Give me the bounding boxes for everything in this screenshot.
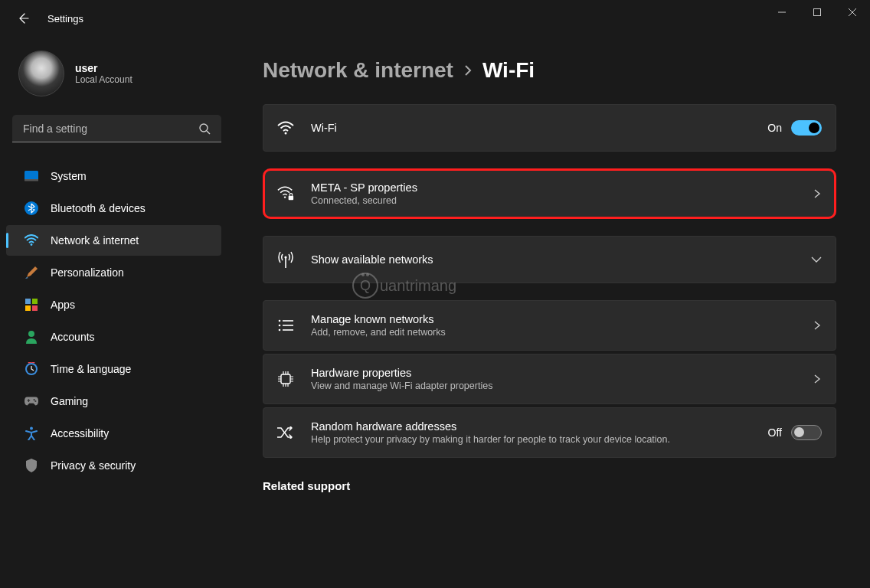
titlebar: Settings xyxy=(0,0,870,37)
svg-point-10 xyxy=(28,331,34,337)
wifi-icon xyxy=(25,234,38,247)
sidebar-item-apps[interactable]: Apps xyxy=(6,289,221,320)
chevron-right-icon xyxy=(463,65,473,76)
sidebar-item-privacy[interactable]: Privacy & security xyxy=(6,450,221,481)
minimize-button[interactable] xyxy=(764,0,800,24)
back-arrow-icon xyxy=(17,12,29,24)
known-networks-card[interactable]: Manage known networks Add, remove, and e… xyxy=(263,300,836,351)
close-button[interactable] xyxy=(835,0,870,24)
svg-point-16 xyxy=(285,132,287,135)
maximize-button[interactable] xyxy=(800,0,835,24)
svg-point-22 xyxy=(279,329,281,332)
card-subtitle: Help protect your privacy by making it h… xyxy=(311,434,751,445)
sidebar-item-gaming[interactable]: Gaming xyxy=(6,386,221,416)
close-icon xyxy=(849,8,856,16)
related-support-heading: Related support xyxy=(263,479,836,492)
card-title: Hardware properties xyxy=(311,367,796,379)
card-subtitle: Add, remove, and edit networks xyxy=(311,327,796,338)
card-title: Show available networks xyxy=(311,253,794,266)
card-title: Wi-Fi xyxy=(311,122,751,134)
chevron-right-icon xyxy=(813,189,822,198)
breadcrumb-parent[interactable]: Network & internet xyxy=(263,58,453,83)
sidebar-item-label: Personalization xyxy=(51,266,124,279)
svg-rect-23 xyxy=(281,374,290,384)
current-network-card[interactable]: META - SP properties Connected, secured xyxy=(263,168,836,219)
paintbrush-icon xyxy=(25,266,38,279)
shuffle-icon xyxy=(277,426,294,439)
svg-point-15 xyxy=(30,427,33,430)
svg-rect-2 xyxy=(25,171,38,180)
sidebar-item-accessibility[interactable]: Accessibility xyxy=(6,418,221,449)
sidebar-item-label: Accounts xyxy=(51,331,95,343)
svg-point-14 xyxy=(34,400,36,402)
chip-icon xyxy=(277,371,294,387)
window-controls xyxy=(764,0,870,37)
chevron-right-icon xyxy=(813,374,822,384)
sidebar-item-label: Privacy & security xyxy=(51,459,136,472)
wifi-toggle[interactable] xyxy=(791,120,822,136)
search-wrap xyxy=(12,115,221,142)
card-subtitle: Connected, secured xyxy=(311,195,796,206)
user-subtitle: Local Account xyxy=(75,74,132,85)
search-input[interactable] xyxy=(12,115,221,142)
available-networks-card[interactable]: Show available networks xyxy=(263,236,836,283)
chevron-down-icon xyxy=(811,255,822,264)
clock-icon xyxy=(25,362,38,376)
sidebar-item-time[interactable]: Time & language xyxy=(6,354,221,384)
sidebar-item-label: Time & language xyxy=(51,363,131,375)
hardware-properties-card[interactable]: Hardware properties View and manage Wi-F… xyxy=(263,354,836,404)
toggle-state-label: Off xyxy=(768,426,782,439)
accessibility-icon xyxy=(25,426,38,440)
sidebar-item-label: Network & internet xyxy=(51,234,139,247)
svg-point-20 xyxy=(279,320,281,322)
minimize-icon xyxy=(778,8,786,16)
system-icon xyxy=(25,169,38,183)
chevron-right-icon xyxy=(813,321,822,330)
gamepad-icon xyxy=(25,394,38,408)
svg-rect-7 xyxy=(32,299,38,304)
accounts-icon xyxy=(25,330,38,344)
svg-rect-18 xyxy=(289,196,293,201)
sidebar-item-personalization[interactable]: Personalization xyxy=(6,257,221,288)
sidebar-item-label: System xyxy=(51,170,87,182)
nav: System Bluetooth & devices Network & int… xyxy=(0,161,234,481)
sidebar-item-bluetooth[interactable]: Bluetooth & devices xyxy=(6,193,221,224)
bluetooth-icon xyxy=(25,201,38,215)
wifi-secured-icon xyxy=(277,185,294,202)
sidebar-item-network[interactable]: Network & internet xyxy=(6,225,221,256)
svg-rect-0 xyxy=(814,9,821,16)
svg-point-17 xyxy=(284,196,286,198)
sidebar-item-label: Accessibility xyxy=(51,427,109,439)
shield-icon xyxy=(25,459,38,472)
sidebar-item-label: Gaming xyxy=(51,395,88,407)
card-title: Random hardware addresses xyxy=(311,420,751,433)
wifi-toggle-card[interactable]: Wi-Fi On xyxy=(263,104,836,152)
sidebar-item-accounts[interactable]: Accounts xyxy=(6,322,221,352)
back-button[interactable] xyxy=(15,11,31,26)
svg-rect-9 xyxy=(32,305,38,311)
random-hw-toggle[interactable] xyxy=(791,425,822,440)
sidebar-item-label: Bluetooth & devices xyxy=(51,202,146,214)
svg-point-5 xyxy=(31,243,33,246)
breadcrumb: Network & internet Wi-Fi xyxy=(263,58,836,83)
antenna-icon xyxy=(277,251,294,268)
svg-point-1 xyxy=(200,124,208,132)
sidebar-item-label: Apps xyxy=(51,299,75,311)
apps-icon xyxy=(25,298,38,312)
search-icon xyxy=(198,122,211,135)
svg-rect-8 xyxy=(25,305,31,311)
sidebar: user Local Account System Bluetooth & de… xyxy=(0,37,234,588)
list-icon xyxy=(277,319,294,332)
card-title: Manage known networks xyxy=(311,313,796,325)
svg-rect-3 xyxy=(25,179,38,181)
random-hw-card[interactable]: Random hardware addresses Help protect y… xyxy=(263,407,836,458)
user-block[interactable]: user Local Account xyxy=(0,46,234,115)
app-title: Settings xyxy=(47,13,83,24)
breadcrumb-current: Wi-Fi xyxy=(482,58,535,83)
svg-rect-6 xyxy=(25,299,31,304)
wifi-icon xyxy=(277,121,294,135)
sidebar-item-system[interactable]: System xyxy=(6,161,221,191)
toggle-state-label: On xyxy=(767,122,782,134)
avatar xyxy=(18,51,64,96)
user-name: user xyxy=(75,62,132,74)
